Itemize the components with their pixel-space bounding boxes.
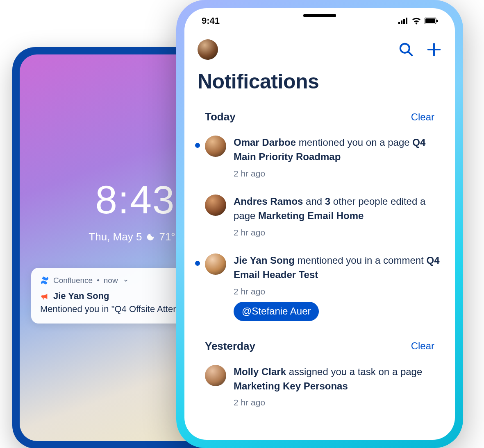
svg-rect-0 bbox=[398, 22, 400, 24]
clear-button[interactable]: Clear bbox=[411, 111, 434, 123]
actor-name: Jie Yan Song bbox=[234, 255, 295, 266]
notch bbox=[262, 8, 377, 25]
notification-item[interactable]: Omar Darboe mentioned you on a page Q4 M… bbox=[197, 128, 443, 187]
megaphone-icon bbox=[40, 292, 49, 301]
notifications-phone: 9:41 Notifications Today Clear bbox=[176, 0, 463, 448]
battery-icon bbox=[425, 18, 438, 24]
chevron-down-icon bbox=[123, 278, 129, 283]
lock-date: Thu, May 5 bbox=[89, 231, 142, 243]
svg-rect-1 bbox=[401, 20, 402, 24]
page-title: Notifications bbox=[197, 60, 443, 99]
notification-text: Omar Darboe mentioned you on a page Q4 M… bbox=[234, 136, 443, 180]
profile-avatar[interactable] bbox=[198, 39, 218, 60]
notification-text: Andres Ramos and 3 other people edited a… bbox=[234, 195, 443, 239]
notification-text: Molly Clark assigned you a task on a pag… bbox=[234, 365, 443, 409]
moon-icon bbox=[146, 233, 155, 242]
status-time: 9:41 bbox=[202, 16, 220, 26]
actor-name: Molly Clark bbox=[234, 366, 286, 377]
unread-dot bbox=[195, 143, 200, 148]
svg-rect-6 bbox=[436, 20, 438, 22]
notification-time: 2 hr ago bbox=[234, 226, 443, 239]
notification-item[interactable]: Andres Ramos and 3 other people edited a… bbox=[197, 187, 443, 246]
lock-notif-person: Jie Yan Song bbox=[53, 291, 109, 301]
search-icon[interactable] bbox=[398, 42, 414, 57]
notification-text: Jie Yan Song mentioned you in a comment … bbox=[234, 253, 443, 321]
mention-chip[interactable]: @Stefanie Auer bbox=[234, 302, 319, 321]
bullet: • bbox=[97, 276, 100, 285]
avatar bbox=[205, 136, 226, 157]
notif-middle: mentioned you on a page bbox=[296, 137, 412, 148]
unread-dot bbox=[195, 261, 200, 266]
section-title: Today bbox=[205, 111, 236, 123]
notif-middle: assigned you a task on a page bbox=[286, 366, 422, 377]
notif-target: Marketing Key Personas bbox=[234, 380, 348, 391]
avatar bbox=[205, 365, 226, 386]
notification-time: 2 hr ago bbox=[234, 285, 443, 298]
notification-time: 2 hr ago bbox=[234, 396, 443, 409]
notif-target: Marketing Email Home bbox=[258, 210, 364, 221]
app-content: Notifications Today Clear Omar Darboe me… bbox=[184, 8, 455, 416]
section-header-today: Today Clear bbox=[197, 99, 443, 128]
section-header-yesterday: Yesterday Clear bbox=[197, 328, 443, 357]
app-screen: 9:41 Notifications Today Clear bbox=[184, 8, 455, 440]
notification-item[interactable]: Jie Yan Song mentioned you in a comment … bbox=[197, 246, 443, 328]
notif-middle: and bbox=[303, 196, 325, 207]
app-header bbox=[197, 39, 443, 60]
svg-rect-2 bbox=[403, 19, 405, 24]
notif-middle: mentioned you in a comment bbox=[295, 255, 427, 266]
actor-name: Andres Ramos bbox=[234, 196, 303, 207]
lock-notif-time: now bbox=[104, 276, 118, 285]
actor-name: Omar Darboe bbox=[234, 137, 296, 148]
status-icons bbox=[398, 17, 438, 25]
svg-rect-5 bbox=[425, 18, 435, 23]
notification-item[interactable]: Molly Clark assigned you a task on a pag… bbox=[197, 357, 443, 416]
svg-rect-3 bbox=[406, 18, 407, 24]
wifi-icon bbox=[411, 17, 421, 25]
clear-button[interactable]: Clear bbox=[411, 340, 434, 352]
notif-count: 3 bbox=[325, 196, 330, 207]
cellular-icon bbox=[398, 18, 408, 24]
notification-time: 2 hr ago bbox=[234, 167, 443, 180]
avatar bbox=[205, 195, 226, 216]
avatar bbox=[205, 253, 226, 275]
add-icon[interactable] bbox=[426, 42, 442, 57]
svg-line-8 bbox=[408, 52, 412, 56]
header-actions bbox=[398, 42, 442, 57]
lock-notif-app: Confluence bbox=[53, 276, 93, 285]
section-title: Yesterday bbox=[205, 340, 255, 353]
confluence-icon bbox=[40, 276, 49, 285]
